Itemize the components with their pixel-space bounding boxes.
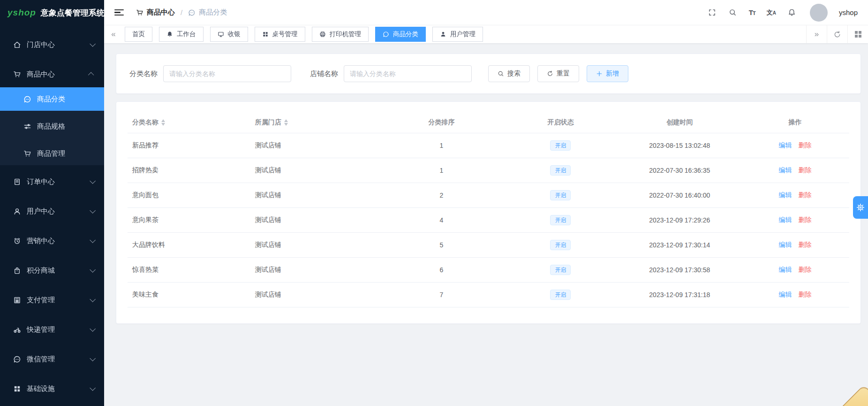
edit-link[interactable]: 编辑 — [779, 166, 792, 174]
tab-user-manage[interactable]: 用户管理 — [432, 27, 483, 42]
edit-link[interactable]: 编辑 — [779, 141, 792, 149]
col-sort-order: 分类排序 — [380, 113, 503, 133]
delete-link[interactable]: 删除 — [799, 241, 812, 248]
sidebar-item-label: 微信管理 — [27, 355, 55, 364]
app-logo-row: yshop 意象点餐管理系统 — [0, 0, 104, 25]
tabs-scroll-right-icon[interactable]: » — [806, 25, 827, 43]
sidebar-item-points-mall[interactable]: 积分商城 — [0, 257, 104, 283]
delivery-icon — [13, 326, 21, 334]
tabs-controls: » — [806, 25, 868, 43]
yshop-logo: yshop — [8, 8, 36, 18]
category-name-label: 分类名称 — [129, 69, 158, 78]
sidebar-item-marketing-center[interactable]: 营销中心 — [0, 228, 104, 254]
add-button-label: 新增 — [606, 69, 619, 78]
cell-category-name: 招牌热卖 — [128, 158, 250, 183]
sidebar-item-label: 支付管理 — [27, 296, 55, 305]
category-name-input[interactable] — [163, 65, 291, 82]
delete-link[interactable]: 删除 — [799, 291, 812, 298]
status-badge: 开启 — [550, 215, 571, 225]
translate-icon[interactable]: 文A — [767, 8, 776, 17]
sidebar-collapse-icon[interactable] — [114, 9, 124, 16]
cell-store: 测试店铺 — [250, 283, 380, 307]
chevron-down-icon — [90, 385, 96, 391]
table-row: 意向果茶 测试店铺 4 开启 2023-12-09 17:29:26 编辑删除 — [128, 208, 849, 233]
cart-icon — [23, 150, 31, 158]
sidebar-item-wechat-manage[interactable]: 微信管理 — [0, 346, 104, 372]
edit-link[interactable]: 编辑 — [779, 266, 792, 273]
layout-grid-icon[interactable] — [847, 25, 868, 43]
cell-category-name: 新品推荐 — [128, 133, 250, 158]
person-icon — [440, 31, 446, 38]
tab-label: 工作台 — [177, 30, 196, 38]
refresh-icon[interactable] — [827, 25, 847, 43]
sidebar-item-label: 商品管理 — [37, 149, 65, 158]
cell-store: 测试店铺 — [250, 233, 380, 258]
tab-label: 打印机管理 — [330, 30, 362, 38]
font-size-icon[interactable]: TT — [749, 8, 755, 16]
username[interactable]: yshop — [839, 8, 858, 16]
chevron-up-icon — [88, 72, 94, 78]
cell-store: 测试店铺 — [250, 158, 380, 183]
table-row: 意向面包 测试店铺 2 开启 2022-07-30 16:40:00 编辑删除 — [128, 183, 849, 208]
top-header: 商品中心 / 商品分类 TT 文A yshop — [104, 0, 868, 25]
grid-icon — [262, 31, 269, 38]
chevron-down-icon — [90, 296, 96, 302]
col-category-name: 分类名称 — [128, 113, 250, 133]
sidebar-item-infrastructure[interactable]: 基础设施 — [0, 375, 104, 402]
tab-product-category[interactable]: 商品分类 — [375, 27, 426, 42]
cell-sort: 1 — [380, 158, 503, 183]
avatar[interactable] — [810, 4, 828, 22]
sidebar-item-product-manage[interactable]: 商品管理 — [0, 142, 104, 165]
sidebar-item-user-center[interactable]: 用户中心 — [0, 198, 104, 224]
sidebar-item-order-center[interactable]: 订单中心 — [0, 169, 104, 195]
delete-link[interactable]: 删除 — [799, 266, 812, 273]
bell-icon[interactable] — [787, 8, 797, 17]
edit-link[interactable]: 编辑 — [779, 291, 792, 298]
tags-view-bar: « 首页 工作台 收银 桌号管理 打印机管理 商品分类 用户管理 — [104, 25, 868, 43]
status-badge: 开启 — [550, 140, 571, 151]
edit-link[interactable]: 编辑 — [779, 191, 792, 199]
sort-icons[interactable] — [284, 119, 288, 126]
sidebar-item-label: 商品规格 — [37, 122, 65, 131]
sidebar-item-label: 用户中心 — [27, 207, 55, 216]
add-button[interactable]: 新增 — [587, 65, 628, 82]
search-button[interactable]: 搜索 — [488, 65, 530, 82]
sidebar-item-delivery-manage[interactable]: 快递管理 — [0, 316, 104, 343]
reset-button[interactable]: 重置 — [537, 65, 579, 82]
tabs-scroll-left-icon[interactable]: « — [104, 25, 123, 43]
sidebar-submenu-product: 商品分类 商品规格 商品管理 — [0, 87, 104, 165]
edit-link[interactable]: 编辑 — [779, 241, 792, 248]
shop-name-input[interactable] — [344, 65, 472, 82]
delete-link[interactable]: 删除 — [799, 216, 812, 223]
tab-printer-manage[interactable]: 打印机管理 — [312, 27, 369, 42]
sidebar-item-product-spec[interactable]: 商品规格 — [0, 115, 104, 138]
status-badge: 开启 — [550, 265, 571, 275]
tab-cashier[interactable]: 收银 — [210, 27, 248, 42]
fullscreen-icon[interactable] — [708, 8, 717, 17]
category-table-panel: 分类名称 所属门店 分类排序 开启状态 创建时间 操作 新品推荐 测试店铺 1 … — [116, 101, 861, 324]
delete-link[interactable]: 删除 — [799, 166, 812, 174]
chevron-down-icon — [90, 326, 96, 332]
delete-link[interactable]: 删除 — [799, 191, 812, 199]
breadcrumb-parent[interactable]: 商品中心 — [136, 8, 175, 17]
open-tabs: 首页 工作台 收银 桌号管理 打印机管理 商品分类 用户管理 — [123, 27, 483, 42]
tab-workbench[interactable]: 工作台 — [159, 27, 204, 42]
delete-link[interactable]: 删除 — [799, 141, 812, 149]
sidebar-item-product-center[interactable]: 商品中心 — [0, 61, 104, 87]
gear-icon — [856, 203, 865, 212]
sidebar-item-label: 营销中心 — [27, 237, 55, 245]
sidebar-item-payment-manage[interactable]: 支付管理 — [0, 287, 104, 313]
sidebar-item-store-center[interactable]: 门店中心 — [0, 31, 104, 58]
main-content: 分类名称 店铺名称 搜索 重置 新增 分类名称 — [104, 43, 868, 406]
search-icon[interactable] — [728, 8, 738, 17]
tab-home[interactable]: 首页 — [125, 27, 152, 42]
edit-link[interactable]: 编辑 — [779, 216, 792, 223]
chevron-down-icon — [90, 355, 96, 361]
sidebar-item-product-category[interactable]: 商品分类 — [0, 87, 104, 111]
search-icon — [498, 70, 504, 77]
tab-table-manage[interactable]: 桌号管理 — [255, 27, 305, 42]
col-created: 创建时间 — [619, 113, 741, 133]
alarm-icon — [13, 237, 21, 245]
settings-fab[interactable] — [853, 196, 868, 219]
sort-icons[interactable] — [161, 119, 165, 126]
